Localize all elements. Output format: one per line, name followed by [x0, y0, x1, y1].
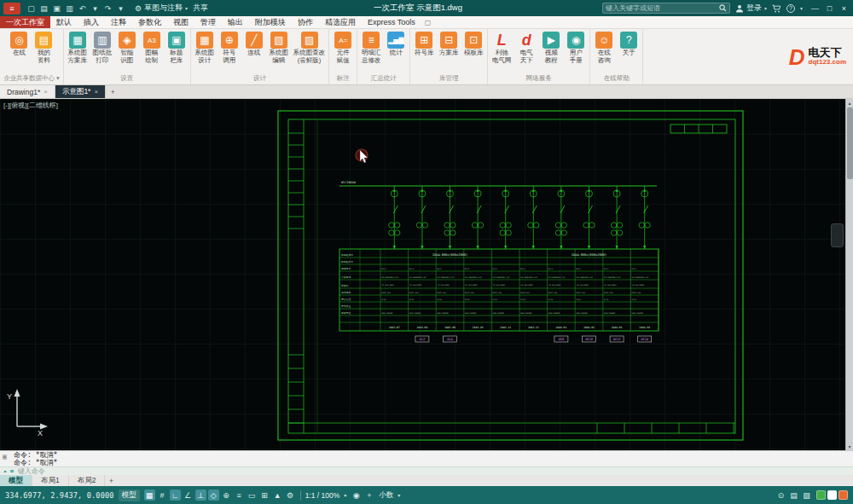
isolate-objects-icon[interactable]: ⊙: [775, 490, 786, 501]
ribbon-symbol-lib-button[interactable]: ⊞符号库: [412, 31, 436, 58]
ribbon-group-label: 库管理: [412, 73, 485, 84]
ribbon-system-edit-button[interactable]: ▧系统图编辑: [267, 31, 291, 65]
auto-scale-icon[interactable]: +: [363, 490, 374, 501]
new-layout-button[interactable]: +: [105, 475, 117, 486]
menu-item-addins[interactable]: 附加模块: [249, 16, 292, 28]
share-button[interactable]: 共享: [193, 3, 208, 14]
layout-tab-model[interactable]: 模型: [0, 475, 32, 486]
message-icon[interactable]: [838, 490, 848, 500]
menu-item-express-tools[interactable]: Express Tools: [362, 16, 421, 28]
redo-icon[interactable]: ↷: [102, 4, 113, 13]
command-input[interactable]: [18, 467, 853, 475]
ortho-icon[interactable]: ∟: [170, 490, 181, 501]
save-icon[interactable]: ▣: [51, 4, 62, 13]
menu-item-manage[interactable]: 管理: [194, 16, 222, 28]
snap-icon[interactable]: #: [157, 490, 168, 501]
scale-selector[interactable]: 1:1 / 100%: [305, 491, 340, 500]
redo-caret-icon[interactable]: ▾: [115, 4, 126, 13]
menu-item-annotate[interactable]: 注释: [105, 16, 132, 28]
model-space-button[interactable]: 模型: [119, 490, 140, 501]
ribbon-detail-modify-button[interactable]: ≡明细汇总修改: [359, 31, 383, 65]
app-menu-button[interactable]: ≡: [3, 3, 20, 14]
workspace-gear-icon[interactable]: ⚙: [285, 490, 296, 501]
transparency-icon[interactable]: ▭: [247, 490, 258, 501]
workspace-switcher[interactable]: ⚙ 草图与注释 ▾: [135, 3, 188, 14]
polar-tracking-icon[interactable]: ∠: [183, 490, 194, 501]
ribbon-smart-recognize-button[interactable]: ◈智能识图: [115, 31, 139, 65]
wechat-service-icon[interactable]: [816, 490, 826, 500]
precision-selector[interactable]: 小数: [379, 490, 393, 501]
ribbon-component-assign-button[interactable]: A=元件赋值: [331, 31, 355, 65]
menu-item-output[interactable]: 输出: [222, 16, 249, 28]
menu-item-collaborate[interactable]: 协作: [292, 16, 319, 28]
ribbon-video-tutorial-button[interactable]: ▶视频教程: [539, 31, 563, 65]
undo-caret-icon[interactable]: ▾: [90, 4, 101, 13]
menu-item-parametric[interactable]: 参数化: [132, 16, 167, 28]
annotation-visibility-icon[interactable]: ◉: [351, 490, 362, 501]
vertical-scrollbar[interactable]: ▴ ▾: [845, 99, 853, 450]
ribbon-online-support-button[interactable]: ☺在线咨询: [592, 31, 616, 65]
scrollbar-thumb[interactable]: [847, 107, 853, 179]
ribbon-system-review-button[interactable]: ▨系统图查改(尝鲜版): [292, 31, 328, 65]
ribbon-system-design-button[interactable]: ▦系统图设计: [193, 31, 217, 65]
annotation-scale-icon[interactable]: ▲: [272, 490, 283, 501]
clean-screen-icon[interactable]: ▧: [801, 490, 812, 501]
ribbon-titleblock-lib-button[interactable]: ▣标题栏库: [165, 31, 189, 65]
menu-item-insert[interactable]: 插入: [78, 16, 105, 28]
selection-cycling-icon[interactable]: ⊞: [259, 490, 270, 501]
scroll-down-icon[interactable]: ▾: [846, 443, 853, 449]
search-input[interactable]: [606, 4, 717, 12]
maximize-button[interactable]: □: [822, 0, 837, 16]
ribbon-user-manual-button[interactable]: ◉用户手册: [564, 31, 588, 65]
ribbon-statistics-button[interactable]: ▂▅▇统计: [384, 31, 408, 58]
scroll-up-icon[interactable]: ▴: [846, 100, 853, 106]
menu-item-yici-studio[interactable]: 一次工作室: [0, 16, 50, 28]
dynamic-input-icon[interactable]: ⊕: [221, 490, 232, 501]
layout-tab-layout1[interactable]: 布局1: [32, 475, 69, 486]
ribbon-lichi-web-button[interactable]: L利驰电气网: [490, 31, 514, 65]
command-prompt-icon[interactable]: ▸: [3, 467, 8, 475]
object-tracking-icon[interactable]: ◇: [208, 490, 219, 501]
drawing-canvas[interactable]: [-][俯视][二维线框] W1/2#AA42AA4-800x(600x2000…: [0, 99, 853, 450]
palette-handle[interactable]: [831, 223, 844, 247]
open-file-icon[interactable]: ▤: [38, 4, 49, 13]
layout-tab-layout2[interactable]: 布局2: [69, 475, 106, 486]
ribbon-wire-button[interactable]: ╱连线: [242, 31, 266, 58]
help-icon[interactable]: ?: [786, 4, 795, 13]
menu-item-view[interactable]: 视图: [167, 16, 194, 28]
lineweight-icon[interactable]: ≡: [234, 490, 245, 501]
print-icon[interactable]: ▥: [64, 4, 75, 13]
ribbon-toggle-icon[interactable]: ▢: [425, 16, 432, 28]
new-file-icon[interactable]: ▢: [26, 4, 37, 13]
osnap-icon[interactable]: ⊥: [195, 490, 206, 501]
doc-tab-shiyitu1[interactable]: 示意图1*×: [55, 85, 106, 98]
ribbon-dqt-web-button[interactable]: d电气天下: [514, 31, 538, 65]
ribbon-batch-print-button[interactable]: ▥图纸批打印: [90, 31, 114, 65]
ribbon-about-button[interactable]: ?关于: [617, 31, 641, 58]
close-button[interactable]: ×: [837, 0, 851, 16]
ribbon-template-lib-button[interactable]: ⊡模板库: [461, 31, 485, 58]
ribbon-my-files-button[interactable]: ▤我的资料: [32, 31, 55, 65]
search-box[interactable]: [602, 3, 730, 14]
recent-commands-icon[interactable]: ≡: [10, 467, 15, 475]
undo-icon[interactable]: ↶: [77, 4, 88, 13]
menu-item-featured-apps[interactable]: 精选应用: [319, 16, 362, 28]
ribbon-online-button[interactable]: ◎在线: [7, 31, 31, 58]
menu-item-default[interactable]: 默认: [50, 16, 78, 28]
ribbon-system-scheme-lib-button[interactable]: ▦系统图方案库: [66, 31, 90, 65]
minimize-button[interactable]: —: [808, 0, 822, 16]
ribbon-sheet-draw-button[interactable]: A3图幅绘制: [140, 31, 164, 65]
viewport-controls[interactable]: [-][俯视][二维线框]: [3, 101, 58, 110]
close-tab-icon[interactable]: ×: [44, 88, 48, 96]
online-service-icon[interactable]: [827, 490, 837, 500]
command-panel-icon[interactable]: ▣: [3, 453, 7, 461]
cart-icon[interactable]: [772, 4, 781, 13]
close-tab-icon[interactable]: ×: [94, 88, 98, 96]
new-tab-button[interactable]: +: [106, 85, 119, 98]
login-button[interactable]: 登录 ▾: [735, 3, 767, 14]
grid-icon[interactable]: ▦: [144, 490, 155, 501]
hardware-accel-icon[interactable]: ▤: [788, 490, 799, 501]
doc-tab-drawing1[interactable]: Drawing1*×: [0, 85, 55, 98]
ribbon-symbol-insert-button[interactable]: ⊕符号调用: [218, 31, 241, 65]
ribbon-scheme-lib-button[interactable]: ⊟方案库: [437, 31, 461, 58]
